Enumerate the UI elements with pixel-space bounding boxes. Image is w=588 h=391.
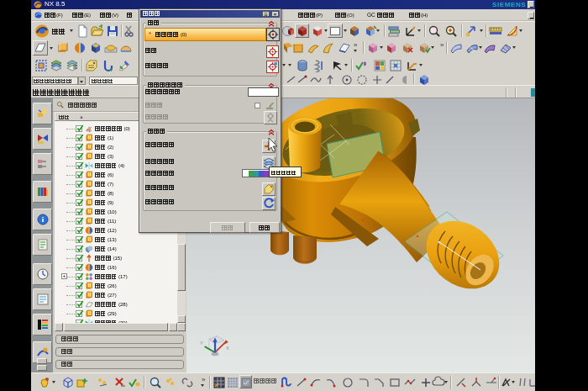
- svg-text:X: X: [226, 346, 229, 351]
- svg-text:Y: Y: [200, 341, 203, 346]
